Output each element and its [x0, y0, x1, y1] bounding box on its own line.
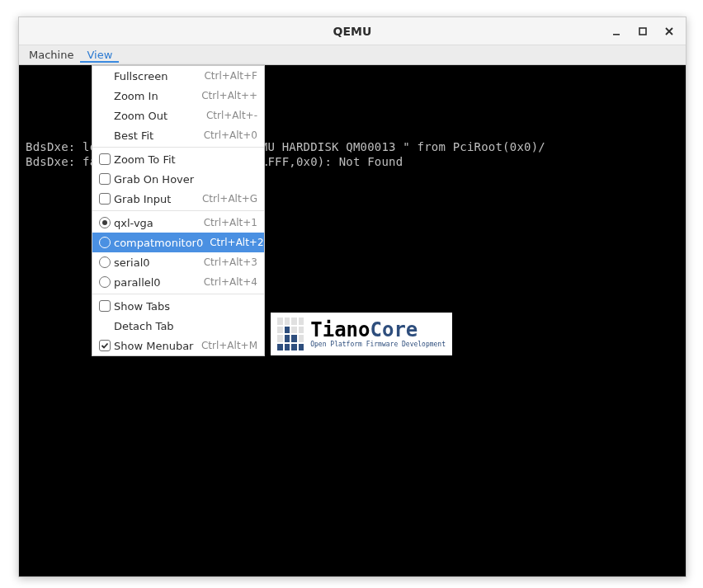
menu-item-show-menubar[interactable]: Show MenubarCtrl+Alt+M: [92, 336, 264, 355]
menu-item-shortcut: Ctrl+Alt+0: [204, 129, 257, 141]
app-window: QEMU Machine View BdsDxe: loa: [18, 16, 686, 577]
menu-item-indicator: [99, 173, 114, 185]
close-icon: [664, 26, 674, 36]
menu-item-shortcut: Ctrl+Alt+1: [204, 217, 257, 228]
svg-rect-0: [613, 34, 620, 35]
menu-separator: [92, 210, 264, 211]
menu-item-indicator: [99, 237, 114, 248]
menu-item-qxl-vga[interactable]: qxl-vgaCtrl+Alt+1: [92, 213, 264, 233]
menu-machine[interactable]: Machine: [22, 47, 80, 63]
menu-item-indicator: [99, 300, 114, 312]
svg-rect-1: [639, 28, 646, 35]
menu-item-label: Zoom Out: [114, 110, 200, 122]
radio-icon: [99, 217, 111, 228]
menu-item-grab-on-hover[interactable]: Grab On Hover: [92, 169, 264, 189]
tianocore-subtitle: Open Platform Firmware Development: [310, 341, 446, 348]
menu-item-fullscreen[interactable]: FullscreenCtrl+Alt+F: [92, 66, 264, 86]
menu-item-label: Best Fit: [114, 129, 197, 142]
radio-icon: [99, 276, 111, 288]
radio-icon: [99, 237, 111, 248]
minimize-button[interactable]: [605, 20, 628, 43]
menu-item-zoom-out[interactable]: Zoom OutCtrl+Alt+-: [92, 106, 264, 125]
close-button[interactable]: [658, 20, 681, 43]
maximize-icon: [638, 26, 648, 36]
tianocore-brand-right: Core: [370, 318, 418, 341]
menu-item-indicator: [99, 217, 114, 228]
menu-item-shortcut: Ctrl+Alt+2: [210, 237, 263, 248]
menu-item-zoom-in[interactable]: Zoom InCtrl+Alt++: [92, 86, 264, 106]
tianocore-brand: TianoCore: [310, 320, 446, 340]
menu-item-label: Grab Input: [114, 193, 196, 205]
menu-separator: [92, 147, 264, 148]
menu-item-indicator: [99, 153, 114, 165]
menu-item-label: Detach Tab: [114, 320, 257, 332]
menu-item-best-fit[interactable]: Best FitCtrl+Alt+0: [92, 125, 264, 145]
view-menu-dropdown: FullscreenCtrl+Alt+FZoom InCtrl+Alt++Zoo…: [92, 65, 265, 356]
tianocore-text: TianoCore Open Platform Firmware Develop…: [310, 320, 446, 348]
menu-item-label: Fullscreen: [114, 70, 197, 82]
menu-item-indicator: [99, 193, 114, 205]
checkbox-icon: [99, 173, 111, 185]
menu-item-indicator: [99, 340, 114, 351]
menu-item-serial0[interactable]: serial0Ctrl+Alt+3: [92, 252, 264, 272]
menu-item-label: Grab On Hover: [114, 173, 257, 186]
window-controls: [603, 17, 682, 45]
menu-item-label: Show Menubar: [114, 340, 195, 352]
maximize-button[interactable]: [631, 20, 654, 43]
menu-item-grab-input[interactable]: Grab InputCtrl+Alt+G: [92, 189, 264, 209]
menu-item-label: compatmonitor0: [114, 237, 203, 249]
tianocore-logo-icon: [277, 318, 304, 350]
checkbox-icon: [99, 340, 111, 351]
menu-item-parallel0[interactable]: parallel0Ctrl+Alt+4: [92, 272, 264, 292]
menubar: Machine View: [19, 45, 686, 65]
menu-item-indicator: [99, 276, 114, 288]
menu-item-shortcut: Ctrl+Alt+3: [204, 256, 257, 268]
menu-item-shortcut: Ctrl+Alt+G: [202, 193, 257, 205]
checkbox-icon: [99, 153, 111, 165]
menu-item-shortcut: Ctrl+Alt++: [201, 90, 257, 101]
radio-icon: [99, 256, 111, 268]
menu-item-label: qxl-vga: [114, 217, 197, 229]
menu-item-label: Zoom To Fit: [114, 153, 257, 166]
menu-item-show-tabs[interactable]: Show Tabs: [92, 296, 264, 316]
menu-item-shortcut: Ctrl+Alt+M: [201, 340, 257, 351]
menu-item-indicator: [99, 256, 114, 268]
menu-item-label: parallel0: [114, 276, 197, 289]
menu-item-label: serial0: [114, 256, 197, 269]
menu-item-label: Zoom In: [114, 90, 195, 102]
checkbox-icon: [99, 193, 111, 205]
minimize-icon: [611, 26, 621, 36]
menu-item-compatmonitor0[interactable]: compatmonitor0Ctrl+Alt+2: [92, 233, 264, 252]
menu-item-detach-tab[interactable]: Detach Tab: [92, 316, 264, 336]
window-title: QEMU: [333, 25, 372, 38]
menu-item-shortcut: Ctrl+Alt+F: [204, 70, 257, 82]
menu-view[interactable]: View: [80, 47, 119, 63]
tianocore-brand-left: Tiano: [310, 318, 370, 341]
checkbox-icon: [99, 300, 111, 312]
titlebar: QEMU: [19, 17, 686, 45]
menu-item-label: Show Tabs: [114, 300, 257, 313]
menu-item-shortcut: Ctrl+Alt+-: [206, 110, 257, 121]
menu-item-zoom-to-fit[interactable]: Zoom To Fit: [92, 149, 264, 169]
tianocore-logo-badge: TianoCore Open Platform Firmware Develop…: [271, 313, 452, 355]
menu-item-shortcut: Ctrl+Alt+4: [204, 276, 257, 288]
menu-separator: [92, 294, 264, 294]
